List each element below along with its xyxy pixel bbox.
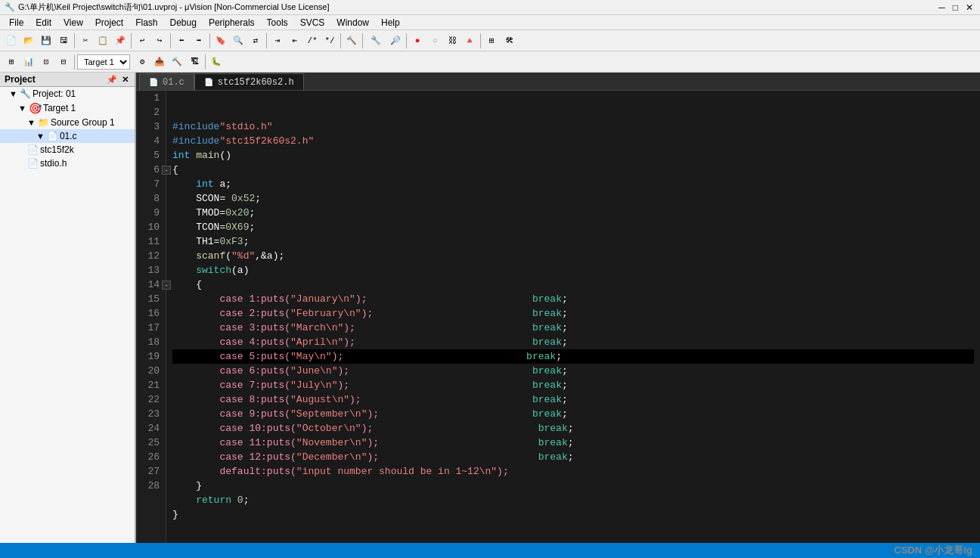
line-num-14: 14 <box>142 277 160 292</box>
tab-icon-stc: 📄 <box>204 78 213 87</box>
project-panel-pin[interactable]: 📌 <box>105 75 119 85</box>
menu-peripherals[interactable]: Peripherals <box>203 15 261 29</box>
new-file-button[interactable]: 📄 <box>3 33 20 49</box>
code-line-15: case 3:puts("March\n"); break; <box>172 321 974 335</box>
open-button[interactable]: 📂 <box>20 33 37 49</box>
collapse-12[interactable]: - <box>162 281 171 290</box>
line-num-18: 18 <box>142 335 160 349</box>
unindent-button[interactable]: ⇤ <box>287 33 303 49</box>
code-line-19: case 7:puts("July\n"); break; <box>172 378 974 392</box>
nav-fwd-button[interactable]: ➡ <box>191 33 207 49</box>
line-num-16: 16 <box>142 306 160 321</box>
tree-item-project[interactable]: ▼ 🔧 Project: 01 <box>0 87 135 101</box>
tree-label-stdio: stdio.h <box>40 158 67 169</box>
tab-label-01c: 01.c <box>163 77 185 88</box>
menu-tools[interactable]: Tools <box>261 15 294 29</box>
editor-area: 📄 01.c 📄 stc15f2k60s2.h 1234567891011121… <box>136 73 980 543</box>
main-area: Project 📌 ✕ ▼ 🔧 Project: 01 ▼ 🎯 Target 1… <box>0 73 980 543</box>
find-button[interactable]: 🔍 <box>230 33 247 49</box>
tab-stc15f2k60s2h[interactable]: 📄 stc15f2k60s2.h <box>194 73 304 90</box>
code-container[interactable]: 1234567891011121314151617181920212223242… <box>136 91 980 543</box>
tool2-button[interactable]: 🛠 <box>501 33 517 49</box>
line-num-25: 25 <box>142 436 160 450</box>
menu-file[interactable]: File <box>3 15 29 29</box>
collapse-4[interactable]: - <box>162 166 171 175</box>
close-button[interactable]: ✕ <box>963 2 975 13</box>
target-expand-icon: ▼ <box>18 104 26 113</box>
save-all-button[interactable]: 🖫 <box>55 33 72 49</box>
project-panel-title: Project <box>5 74 36 85</box>
menu-window[interactable]: Window <box>330 15 375 29</box>
code-line-10: scanf("%d",&a); <box>172 249 974 263</box>
tb2-3[interactable]: ⊡ <box>38 54 54 70</box>
tb2-1[interactable]: ⊞ <box>3 54 20 70</box>
code-line-5: int a; <box>172 177 974 191</box>
nav-back-button[interactable]: ⬅ <box>173 33 190 49</box>
line-num-8: 8 <box>142 191 160 206</box>
menu-flash[interactable]: Flash <box>129 15 163 29</box>
menu-edit[interactable]: Edit <box>29 15 57 29</box>
paste-button[interactable]: 📌 <box>112 33 129 49</box>
cut-button[interactable]: ✂ <box>77 33 94 49</box>
load-btn[interactable]: 📥 <box>151 54 168 70</box>
source-group-icon: 📁 <box>38 117 49 128</box>
target-options-button[interactable]: ⚙ <box>134 54 150 70</box>
tree-label-01c: 01.c <box>60 131 77 141</box>
source-expand-icon: ▼ <box>27 118 36 127</box>
run-plus-button[interactable]: 🔺 <box>461 33 478 49</box>
redo-button[interactable]: ↪ <box>151 33 168 49</box>
tree-item-01c[interactable]: ▼ 📄 01.c <box>0 129 135 143</box>
uncomment-button[interactable]: */ <box>321 33 338 49</box>
project-panel-close[interactable]: ✕ <box>120 75 130 85</box>
menu-view[interactable]: View <box>57 15 89 29</box>
menu-project[interactable]: Project <box>89 15 129 29</box>
line-num-10: 10 <box>142 220 160 234</box>
tree-item-target[interactable]: ▼ 🎯 Target 1 <box>0 101 135 116</box>
sep6 <box>340 33 341 48</box>
code-line-11: switch(a) <box>172 263 974 277</box>
target-select[interactable]: Target 1 <box>77 54 130 70</box>
bookmark-button[interactable]: 🔖 <box>212 33 229 49</box>
tree-label-source-group: Source Group 1 <box>51 117 115 128</box>
copy-button[interactable]: 📋 <box>95 33 111 49</box>
code-line-6: SCON= 0x52; <box>172 191 974 206</box>
run-stop-button[interactable]: ● <box>409 33 426 49</box>
run-circle-button[interactable]: ○ <box>426 33 443 49</box>
indent-button[interactable]: ⇥ <box>269 33 286 49</box>
tree-item-source-group[interactable]: ▼ 📁 Source Group 1 <box>0 116 135 129</box>
build2-btn[interactable]: 🔨 <box>169 54 185 70</box>
code-editor[interactable]: #include"stdio.h"#include"stc15f2k60s2.h… <box>166 91 980 543</box>
maximize-button[interactable]: □ <box>951 2 960 13</box>
view-toggle-button[interactable]: ⊞ <box>483 33 500 49</box>
menu-help[interactable]: Help <box>375 15 406 29</box>
run-chain-button[interactable]: ⛓ <box>444 33 461 49</box>
line-num-22: 22 <box>142 392 160 407</box>
tree-item-stdioh[interactable]: 📄 stdio.h <box>0 157 135 170</box>
menu-svcs[interactable]: SVCS <box>294 15 331 29</box>
code-line-18: case 6:puts("June\n"); break; <box>172 364 974 378</box>
minimize-button[interactable]: ─ <box>936 2 947 13</box>
comment-button[interactable]: /* <box>304 33 321 49</box>
debug-btn[interactable]: 🐛 <box>208 54 225 70</box>
search2-button[interactable]: 🔎 <box>387 33 404 49</box>
undo-button[interactable]: ↩ <box>134 33 150 49</box>
code-line-2: #include"stc15f2k60s2.h" <box>172 134 974 148</box>
settings-button[interactable]: 🔧 <box>365 33 386 49</box>
toolbar-1: 📄 📂 💾 🖫 ✂ 📋 📌 ↩ ↪ ⬅ ➡ 🔖 🔍 ⇄ ⇥ ⇤ /* */ 🔨 … <box>0 30 980 51</box>
code-line-25: default:puts("input number should be in … <box>172 464 974 479</box>
code-line-12: - { <box>172 277 974 292</box>
tb2-2[interactable]: 📊 <box>20 54 37 70</box>
build-button[interactable]: 🔨 <box>343 33 360 49</box>
project-panel: Project 📌 ✕ ▼ 🔧 Project: 01 ▼ 🎯 Target 1… <box>0 73 136 543</box>
code-line-22: case 10:puts("October\n"); break; <box>172 421 974 436</box>
save-button[interactable]: 💾 <box>38 33 54 49</box>
tab-01c[interactable]: 📄 01.c <box>139 73 194 90</box>
replace-button[interactable]: ⇄ <box>247 33 264 49</box>
tb2-4[interactable]: ⊟ <box>55 54 72 70</box>
sep5 <box>266 33 267 48</box>
line-num-24: 24 <box>142 421 160 436</box>
menu-debug[interactable]: Debug <box>164 15 203 29</box>
tree-item-stc15f2k[interactable]: 📄 stc15f2k <box>0 143 135 157</box>
tree-label-target: Target 1 <box>43 103 76 113</box>
rb-btn[interactable]: 🏗 <box>186 54 203 70</box>
